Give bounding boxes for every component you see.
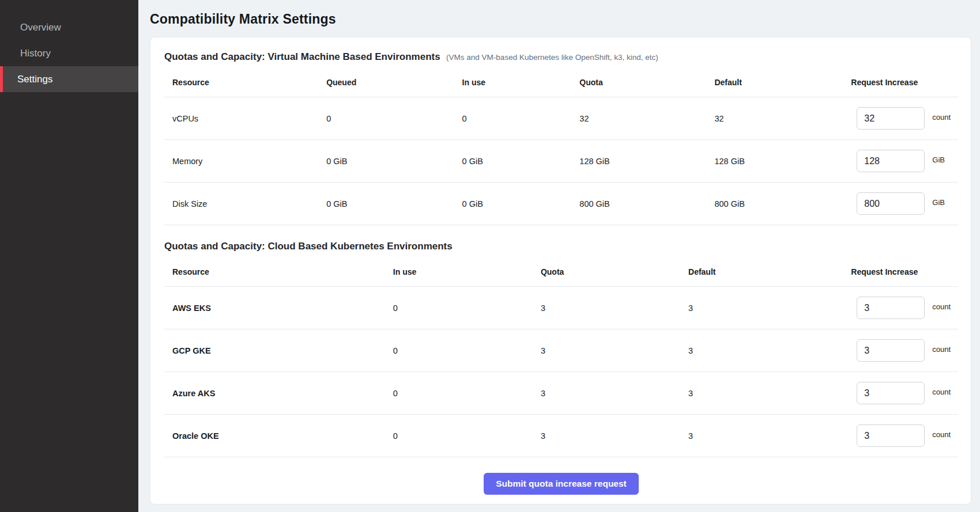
memory-request-input[interactable] (857, 150, 925, 172)
resource-label: Memory (164, 140, 318, 183)
column-header-queued: Queued (318, 67, 454, 97)
vm-table-header-row: Resource Queued In use Quota Default Req… (164, 67, 958, 97)
vm-section-title: Quotas and Capacity: Virtual Machine Bas… (164, 51, 440, 62)
unit-label: count (932, 302, 951, 311)
oracle-oke-request-input[interactable] (857, 424, 925, 447)
resource-label: AWS EKS (164, 287, 385, 329)
request-increase-cell: count (851, 424, 955, 447)
sidebar-item-history[interactable]: History (0, 40, 138, 66)
cloud-quota-table: Resource In use Quota Default Request In… (164, 257, 958, 457)
column-header-in-use: In use (385, 257, 533, 287)
quota-value: 800 GiB (571, 183, 706, 225)
column-header-quota: Quota (571, 67, 706, 97)
quota-value: 3 (533, 329, 680, 372)
resource-label: Oracle OKE (164, 415, 385, 457)
request-increase-cell: count (851, 297, 955, 319)
vm-quota-table: Resource Queued In use Quota Default Req… (164, 67, 958, 225)
default-value: 3 (680, 329, 843, 372)
column-header-quota: Quota (533, 257, 680, 287)
cloud-table-header-row: Resource In use Quota Default Request In… (164, 257, 958, 287)
vm-section-heading: Quotas and Capacity: Virtual Machine Bas… (164, 51, 958, 63)
queued-value: 0 GiB (318, 183, 454, 225)
default-value: 128 GiB (706, 140, 843, 183)
gcp-gke-request-input[interactable] (857, 339, 925, 362)
request-increase-cell: count (851, 339, 955, 362)
request-increase-cell: count (851, 382, 955, 404)
unit-label: GiB (932, 156, 945, 164)
column-header-default: Default (706, 67, 843, 97)
table-row-azure-aks: Azure AKS 0 3 3 count (164, 372, 958, 415)
unit-label: count (932, 430, 951, 439)
in-use-value: 0 (385, 372, 533, 415)
azure-aks-request-input[interactable] (857, 382, 925, 404)
vcpus-request-input[interactable] (857, 107, 925, 130)
main-content: Compatibility Matrix Settings Quotas and… (138, 0, 980, 512)
cloud-section-title: Quotas and Capacity: Cloud Based Kuberne… (164, 241, 453, 252)
submit-quota-increase-button[interactable]: Submit quota increase request (484, 473, 639, 495)
unit-label: count (932, 345, 951, 354)
column-header-in-use: In use (454, 67, 572, 97)
queued-value: 0 (318, 97, 454, 140)
quota-value: 32 (571, 97, 706, 140)
quota-value: 3 (533, 415, 680, 457)
table-row-aws-eks: AWS EKS 0 3 3 count (164, 287, 958, 329)
table-row-disk-size: Disk Size 0 GiB 0 GiB 800 GiB 800 GiB Gi… (164, 183, 958, 225)
in-use-value: 0 (385, 415, 533, 457)
column-header-request-increase: Request Increase (843, 257, 958, 287)
column-header-request-increase: Request Increase (843, 67, 958, 97)
app-window: Overview History Settings Compatibility … (0, 0, 980, 512)
table-row-oracle-oke: Oracle OKE 0 3 3 count (164, 415, 958, 457)
disk-size-request-input[interactable] (857, 192, 925, 215)
settings-card: Quotas and Capacity: Virtual Machine Bas… (150, 37, 971, 505)
column-header-resource: Resource (164, 67, 318, 97)
cloud-section-heading: Quotas and Capacity: Cloud Based Kuberne… (164, 241, 958, 252)
resource-label: Azure AKS (164, 372, 385, 415)
unit-label: count (932, 113, 951, 122)
resource-label: GCP GKE (164, 329, 385, 372)
table-row-vcpus: vCPUs 0 0 32 32 count (164, 97, 958, 140)
page-title: Compatibility Matrix Settings (150, 12, 971, 27)
vm-section-subtitle: (VMs and VM-based Kubernetes like OpenSh… (446, 53, 658, 62)
default-value: 3 (680, 415, 843, 457)
unit-label: count (932, 388, 951, 396)
default-value: 32 (706, 97, 843, 140)
quota-value: 128 GiB (571, 140, 706, 183)
in-use-value: 0 GiB (454, 140, 572, 183)
in-use-value: 0 (385, 329, 533, 372)
sidebar: Overview History Settings (0, 0, 138, 512)
queued-value: 0 GiB (318, 140, 454, 183)
column-header-default: Default (680, 257, 843, 287)
sidebar-item-settings[interactable]: Settings (0, 66, 138, 92)
request-increase-cell: GiB (851, 150, 955, 172)
request-increase-cell: GiB (851, 192, 955, 215)
quota-value: 3 (533, 287, 680, 329)
in-use-value: 0 (385, 287, 533, 329)
table-row-gcp-gke: GCP GKE 0 3 3 count (164, 329, 958, 372)
quota-value: 3 (533, 372, 680, 415)
request-increase-cell: count (851, 107, 955, 130)
resource-label: Disk Size (164, 183, 318, 225)
default-value: 3 (680, 372, 843, 415)
column-header-resource: Resource (164, 257, 385, 287)
in-use-value: 0 (454, 97, 572, 140)
card-footer: Submit quota increase request (164, 473, 958, 495)
in-use-value: 0 GiB (454, 183, 572, 225)
sidebar-item-overview[interactable]: Overview (0, 14, 138, 40)
aws-eks-request-input[interactable] (857, 297, 925, 319)
table-row-memory: Memory 0 GiB 0 GiB 128 GiB 128 GiB GiB (164, 140, 958, 183)
resource-label: vCPUs (164, 97, 318, 140)
unit-label: GiB (932, 198, 945, 207)
default-value: 800 GiB (706, 183, 843, 225)
default-value: 3 (680, 287, 843, 329)
